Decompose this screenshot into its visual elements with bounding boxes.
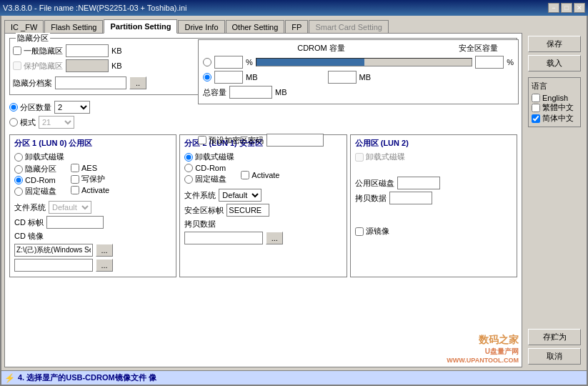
p2-safe-flag[interactable] (226, 204, 269, 217)
partition-count-radio[interactable]: 分区数量 (9, 102, 51, 113)
tab-fp[interactable]: FP (285, 20, 308, 34)
protect-hidden-checkbox[interactable]: 保护隐藏区 (13, 61, 63, 71)
cdrom-cap-label: CDROM 容量 (203, 43, 439, 54)
safe-pct-input[interactable] (475, 56, 504, 69)
p1-browse2[interactable]: ... (96, 259, 113, 272)
general-hidden-checkbox[interactable]: 一般隐藏区 (13, 46, 63, 56)
p3-source-image[interactable]: 源镜像 (355, 226, 389, 237)
lang-simp-cn[interactable]: 简体中文 (532, 113, 577, 124)
p2-filesystem[interactable]: Default (219, 189, 261, 202)
partition-count-select[interactable]: 2 1 3 4 (54, 101, 90, 114)
encrypt-input[interactable] (266, 134, 324, 147)
maximize-button[interactable]: □ (561, 3, 572, 13)
p3-copy-data[interactable] (389, 192, 432, 204)
app-title: V3.8.8.0 - File name :NEW(PS2251-03 + To… (3, 4, 187, 12)
lang-trad-cn[interactable]: 繁體中文 (532, 102, 577, 113)
panel1-title: 分区 1 (LUN 0) 公用区 (14, 138, 173, 149)
right-panel: 保存 载入 语言 English 繁體中文 简体中文 (525, 33, 584, 367)
panel3-title: 公用区 (LUN 2) (355, 138, 514, 149)
p1-browse[interactable]: ... (96, 244, 113, 257)
cdrom-pct-input[interactable] (214, 56, 243, 69)
mode-radio[interactable]: 模式 (9, 117, 36, 128)
language-section: 语言 English 繁體中文 简体中文 (528, 77, 581, 127)
p1-cd-label[interactable] (46, 216, 104, 229)
p1-filesystem[interactable]: Default (49, 201, 91, 214)
tab-other-setting[interactable]: Other Setting (226, 20, 285, 34)
p2-browse[interactable]: ... (266, 232, 283, 244)
general-hidden-input[interactable] (66, 44, 109, 57)
load-button[interactable]: 载入 (528, 55, 581, 71)
panel2: 分区 2 (LUN 1) 安全区 卸载式磁碟 CD-Rom (179, 134, 347, 277)
panel3: 公用区 (LUN 2) 卸载式磁碟 公用区磁盘 拷贝数据 (350, 134, 517, 277)
p3-disk[interactable] (397, 177, 440, 189)
safe-mb-input[interactable] (328, 71, 357, 84)
bottom-text: 4. 选择显产的USB-CDROM镜像文件 像 (18, 372, 156, 383)
hidden-file-input[interactable] (55, 76, 126, 89)
minimize-button[interactable]: − (548, 3, 559, 13)
save-button[interactable]: 保存 (528, 36, 581, 52)
watermark: 数码之家 U盘量产网 WWW.UPANTOOL.COM (447, 334, 519, 364)
save-as-button[interactable]: 存贮为 (528, 329, 581, 345)
lang-english[interactable]: English (532, 94, 577, 102)
encrypt-checkbox[interactable]: 预设加密区密码 (198, 135, 264, 146)
safe-cap-label: 安全区容量 (442, 43, 514, 54)
tab-drive-info[interactable]: Drive Info (178, 20, 224, 34)
p1-extra-input[interactable] (14, 259, 93, 272)
tab-smart-card: Smart Card Setting (309, 20, 389, 34)
total-mb-input[interactable] (229, 86, 272, 99)
tab-flash-setting[interactable]: Flash Setting (44, 20, 103, 34)
bottom-bar: ⚡ 4. 选择显产的USB-CDROM镜像文件 像 (1, 370, 587, 385)
tab-partition-setting[interactable]: Partition Setting (104, 19, 177, 34)
lang-title: 语言 (532, 81, 577, 91)
protect-hidden-input[interactable] (66, 59, 109, 72)
p2-copy-data[interactable] (184, 232, 263, 244)
close-button[interactable]: ✕ (574, 3, 585, 13)
mode-select[interactable]: 21 (39, 116, 74, 129)
cancel-button[interactable]: 取消 (528, 348, 581, 365)
cdrom-mb-input[interactable] (214, 71, 243, 84)
tab-ic-fw[interactable]: IC _FW (4, 20, 44, 34)
title-bar: V3.8.8.0 - File name :NEW(PS2251-03 + To… (0, 0, 588, 16)
p1-cd-image[interactable] (14, 244, 93, 257)
hidden-partition-title: 隐藏分区 (16, 33, 50, 44)
panel1: 分区 1 (LUN 0) 公用区 卸载式磁碟 隐藏分区 (9, 134, 176, 277)
tab-bar: IC _FW Flash Setting Partition Setting D… (1, 16, 587, 33)
hidden-file-browse[interactable]: .. (129, 76, 146, 89)
